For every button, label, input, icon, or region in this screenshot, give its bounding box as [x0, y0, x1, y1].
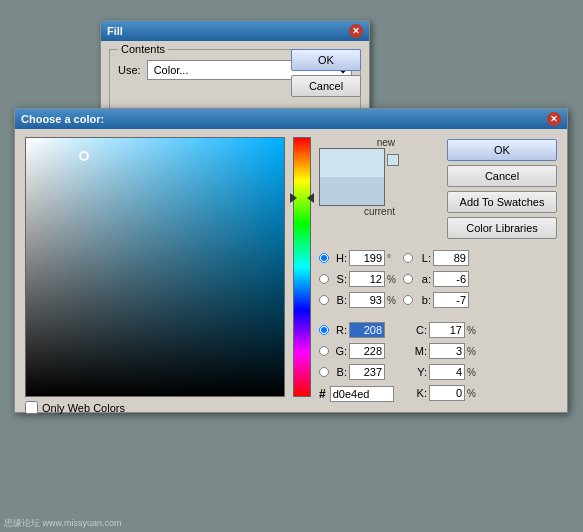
- oog-indicators: [387, 154, 399, 166]
- color-field[interactable]: [25, 137, 285, 397]
- input-G[interactable]: [349, 343, 385, 359]
- fill-dialog-close-button[interactable]: ✕: [349, 24, 363, 38]
- field-row-S: S: %: [319, 270, 397, 288]
- color-cancel-button[interactable]: Cancel: [447, 165, 557, 187]
- input-a[interactable]: [433, 271, 469, 287]
- input-S[interactable]: [349, 271, 385, 287]
- oog-small-square[interactable]: [387, 154, 399, 166]
- add-to-swatches-button[interactable]: Add To Swatches: [447, 191, 557, 213]
- fill-ok-button[interactable]: OK: [291, 49, 361, 71]
- watermark: 思缘论坛 www.missyuan.com: [4, 517, 122, 530]
- color-ok-button[interactable]: OK: [447, 139, 557, 161]
- rp-top: new current OK Cancel: [319, 137, 557, 239]
- color-field-wrap: Only Web Colors: [25, 137, 285, 397]
- field-row-B2: B:: [319, 363, 397, 381]
- color-dialog-title: Choose a color:: [21, 113, 104, 125]
- radio-L[interactable]: [403, 253, 413, 263]
- color-dialog-body: Only Web Colors new: [15, 129, 567, 412]
- color-dialog-close-button[interactable]: ✕: [547, 112, 561, 126]
- color-dialog-titlebar: Choose a color: ✕: [15, 109, 567, 129]
- field-row-H: H: °: [319, 249, 397, 267]
- current-color-label: current: [364, 206, 395, 217]
- input-L[interactable]: [433, 250, 469, 266]
- input-K[interactable]: [429, 385, 465, 401]
- fill-dialog-title: Fill: [107, 25, 123, 37]
- watermark-text: 思缘论坛 www.missyuan.com: [4, 518, 122, 528]
- field-row-M: M: %: [403, 342, 477, 360]
- new-color-swatch: [320, 149, 384, 177]
- radio-R[interactable]: [319, 325, 329, 335]
- fill-dialog-titlebar: Fill ✕: [101, 21, 369, 41]
- radio-B[interactable]: [319, 295, 329, 305]
- fill-use-label: Use:: [118, 64, 141, 76]
- color-libraries-button[interactable]: Color Libraries: [447, 217, 557, 239]
- hue-slider-wrap: [293, 137, 311, 397]
- color-field-cursor: [79, 151, 89, 161]
- left-fields: H: ° S: % B:: [319, 249, 397, 402]
- new-color-label: new: [377, 137, 395, 148]
- only-web-colors-checkbox[interactable]: [25, 401, 38, 414]
- field-row-K: K: %: [403, 384, 477, 402]
- color-preview-box[interactable]: [319, 148, 385, 206]
- input-R[interactable]: [349, 322, 385, 338]
- color-preview: new current: [319, 137, 399, 239]
- radio-B2[interactable]: [319, 367, 329, 377]
- rp-fields: H: ° S: % B:: [319, 249, 557, 402]
- color-dialog: Choose a color: ✕ Only Web Colors: [14, 108, 568, 413]
- field-row-R: R:: [319, 321, 397, 339]
- field-row-Y: Y: %: [403, 363, 477, 381]
- hex-row: #: [319, 386, 397, 402]
- input-B[interactable]: [349, 292, 385, 308]
- radio-H[interactable]: [319, 253, 329, 263]
- radio-a[interactable]: [403, 274, 413, 284]
- fill-group-label: Contents: [118, 43, 168, 55]
- hex-label: #: [319, 387, 326, 401]
- right-fields: L: a: b:: [403, 249, 477, 402]
- input-M[interactable]: [429, 343, 465, 359]
- input-Y[interactable]: [429, 364, 465, 380]
- right-panel: new current OK Cancel: [319, 137, 557, 402]
- hue-thumb-left: [290, 193, 297, 203]
- field-row-a: a:: [403, 270, 477, 288]
- radio-S[interactable]: [319, 274, 329, 284]
- current-color-swatch: [320, 177, 384, 205]
- hex-input[interactable]: [330, 386, 394, 402]
- fill-cancel-button[interactable]: Cancel: [291, 75, 361, 97]
- field-row-L: L:: [403, 249, 477, 267]
- hue-thumb-right: [307, 193, 314, 203]
- input-C[interactable]: [429, 322, 465, 338]
- input-b-lab[interactable]: [433, 292, 469, 308]
- input-H[interactable]: [349, 250, 385, 266]
- field-row-G: G:: [319, 342, 397, 360]
- radio-G[interactable]: [319, 346, 329, 356]
- only-web-colors-label: Only Web Colors: [42, 402, 125, 414]
- hue-slider[interactable]: [293, 137, 311, 397]
- field-row-b-lab: b:: [403, 291, 477, 309]
- rp-buttons: OK Cancel Add To Swatches Color Librarie…: [447, 137, 557, 239]
- only-web-colors-row: Only Web Colors: [25, 401, 285, 414]
- input-B2[interactable]: [349, 364, 385, 380]
- radio-b-lab[interactable]: [403, 295, 413, 305]
- field-row-C: C: %: [403, 321, 477, 339]
- field-row-B: B: %: [319, 291, 397, 309]
